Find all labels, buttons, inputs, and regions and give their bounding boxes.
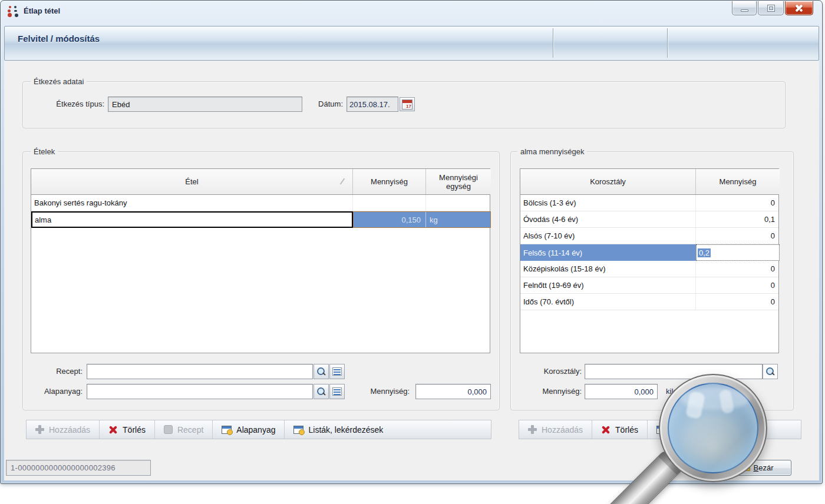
maximize-button[interactable] bbox=[758, 1, 784, 15]
search-icon bbox=[765, 367, 775, 376]
ingredient-input[interactable] bbox=[87, 384, 313, 399]
header-separator bbox=[553, 28, 553, 58]
meal-type-field[interactable]: Ebéd bbox=[108, 97, 302, 112]
add-age-button[interactable]: Hozzáadás bbox=[519, 420, 592, 439]
food-name-edit-cell[interactable]: alma bbox=[31, 211, 353, 228]
search-icon bbox=[316, 387, 326, 396]
foods-group-label: Ételek bbox=[31, 147, 58, 156]
age-qty-cell[interactable]: 0 bbox=[696, 277, 780, 293]
column-header-qty[interactable]: Mennyiség bbox=[353, 169, 426, 194]
ages-table[interactable]: Korosztály Mennyiség Bölcsis (1-3 év) 0 … bbox=[520, 168, 779, 353]
food-qty-cell[interactable] bbox=[353, 195, 426, 211]
window-search-icon bbox=[222, 426, 232, 434]
recipe-list-button[interactable] bbox=[329, 364, 345, 379]
age-group-cell[interactable]: Bölcsis (1-3 év) bbox=[520, 195, 696, 211]
table-row[interactable]: Óvodás (4-6 év) 0,1 bbox=[520, 211, 778, 228]
window-search-icon bbox=[293, 426, 303, 434]
header-separator bbox=[667, 28, 668, 58]
age-group-input[interactable] bbox=[585, 364, 763, 379]
screen: Étlap tétel Felvitel / módosítás Étkezés… bbox=[0, 0, 825, 504]
age-group-search-button[interactable] bbox=[763, 364, 778, 379]
maximize-icon bbox=[768, 5, 774, 11]
age-group-cell[interactable]: Felsős (11-14 év) bbox=[520, 244, 696, 261]
header-band bbox=[4, 26, 819, 61]
foods-table-header: Étel Mennyiség Mennyiségi egység bbox=[31, 169, 490, 195]
magnifier-glass-icon bbox=[659, 374, 767, 482]
date-field[interactable]: 2015.08.17. bbox=[346, 97, 398, 112]
table-row[interactable]: Bakonyi sertés ragu-tokány bbox=[31, 195, 490, 211]
table-row-selected[interactable]: Felsős (11-14 év) 0,2 bbox=[520, 244, 778, 261]
table-row[interactable]: Felnőtt (19-69 év) 0 bbox=[520, 277, 778, 294]
age-group-cell[interactable]: Idős (70. évtől) bbox=[520, 294, 696, 310]
table-row[interactable]: Alsós (7-10 év) 0 bbox=[520, 228, 778, 244]
close-icon bbox=[794, 4, 804, 13]
age-qty-cell[interactable]: 0 bbox=[696, 261, 780, 277]
ages-table-header: Korosztály Mennyiség bbox=[520, 169, 778, 195]
ages-group-label: alma mennyiségek bbox=[517, 147, 587, 156]
ingredient-list-button[interactable] bbox=[329, 384, 345, 399]
foods-qty-label: Mennyiség: bbox=[349, 387, 410, 396]
delete-food-button[interactable]: Törlés bbox=[100, 420, 155, 439]
age-group-cell[interactable]: Alsós (7-10 év) bbox=[520, 228, 696, 244]
list-icon bbox=[332, 387, 342, 396]
foods-qty-input[interactable]: 0,000 bbox=[415, 384, 491, 399]
foods-toolbar: Hozzáadás Törlés Recept Alapanyag Listák… bbox=[26, 420, 491, 439]
add-food-button[interactable]: Hozzáadás bbox=[27, 420, 100, 439]
age-qty-cell[interactable]: 0 bbox=[696, 195, 780, 211]
age-group-cell[interactable]: Óvodás (4-6 év) bbox=[520, 211, 696, 227]
ages-qty-label: Mennyiség: bbox=[525, 387, 582, 396]
food-unit-cell[interactable] bbox=[426, 195, 491, 211]
record-id-field: 1-0000000000000000002396 bbox=[6, 460, 151, 476]
column-header-qty[interactable]: Mennyiség bbox=[696, 169, 780, 194]
foods-table[interactable]: Étel Mennyiség Mennyiségi egység Bakonyi… bbox=[31, 168, 490, 353]
edited-value: 0,2 bbox=[698, 248, 711, 257]
food-qty-cell[interactable]: 0,150 bbox=[353, 211, 426, 228]
minimize-button[interactable] bbox=[732, 1, 757, 15]
table-row[interactable]: Bölcsis (1-3 év) 0 bbox=[520, 195, 778, 211]
delete-x-icon bbox=[601, 425, 610, 435]
food-unit-cell[interactable]: kg bbox=[426, 211, 491, 228]
ingredient-search-button[interactable] bbox=[314, 384, 329, 399]
lens-reflection bbox=[681, 387, 750, 410]
recipe-label: Recept: bbox=[22, 367, 82, 376]
record-id-value: 1-0000000000000000002396 bbox=[11, 463, 116, 472]
recipe-search-button[interactable] bbox=[314, 364, 329, 379]
age-qty-cell[interactable]: 0 bbox=[696, 228, 780, 244]
age-qty-cell[interactable]: 0,1 bbox=[696, 211, 780, 227]
recipe-icon bbox=[164, 425, 173, 434]
page-title: Felvitel / módosítás bbox=[18, 34, 100, 44]
date-value: 2015.08.17. bbox=[349, 100, 390, 109]
table-row[interactable]: Idős (70. évtől) 0 bbox=[520, 294, 778, 310]
recipe-input[interactable] bbox=[87, 364, 313, 379]
age-group-cell[interactable]: Felnőtt (19-69 év) bbox=[520, 277, 696, 293]
date-picker-button[interactable]: 17 bbox=[400, 97, 415, 111]
table-row[interactable]: Középiskolás (15-18 év) 0 bbox=[520, 261, 778, 277]
window-title: Étlap tétel bbox=[24, 6, 60, 15]
food-name-cell[interactable]: Bakonyi sertés ragu-tokány bbox=[31, 195, 353, 211]
close-button[interactable] bbox=[785, 1, 813, 15]
age-group-cell[interactable]: Középiskolás (15-18 év) bbox=[520, 261, 696, 277]
app-logo-icon bbox=[8, 5, 19, 17]
ingredient-label: Alapanyag: bbox=[18, 387, 82, 396]
delete-age-button[interactable]: Törlés bbox=[592, 420, 648, 439]
meal-type-value: Ebéd bbox=[112, 100, 130, 109]
selected-cells[interactable]: 0,150 kg bbox=[353, 211, 491, 228]
sort-indicator-icon bbox=[340, 178, 345, 185]
search-icon bbox=[316, 367, 326, 376]
column-header-age-group[interactable]: Korosztály bbox=[520, 169, 696, 194]
plus-icon bbox=[528, 425, 537, 434]
column-header-unit[interactable]: Mennyiségi egység bbox=[426, 169, 491, 194]
ages-qty-input[interactable]: 0,000 bbox=[585, 384, 658, 399]
table-row-selected[interactable]: alma 0,150 kg bbox=[31, 211, 490, 228]
minimize-icon bbox=[741, 9, 748, 12]
column-header-food[interactable]: Étel bbox=[31, 169, 353, 194]
ingredient-button[interactable]: Alapanyag bbox=[213, 420, 285, 439]
magnifier-lens bbox=[668, 383, 758, 473]
meal-type-label: Étkezés típus: bbox=[27, 100, 104, 108]
recipe-button[interactable]: Recept bbox=[155, 420, 213, 439]
plus-icon bbox=[35, 425, 44, 434]
lists-queries-button[interactable]: Listák, lekérdezések bbox=[285, 420, 392, 439]
age-qty-edit-cell[interactable]: 0,2 bbox=[696, 244, 780, 261]
age-qty-cell[interactable]: 0 bbox=[696, 294, 780, 310]
meal-group-label: Étkezés adatai bbox=[31, 77, 87, 86]
